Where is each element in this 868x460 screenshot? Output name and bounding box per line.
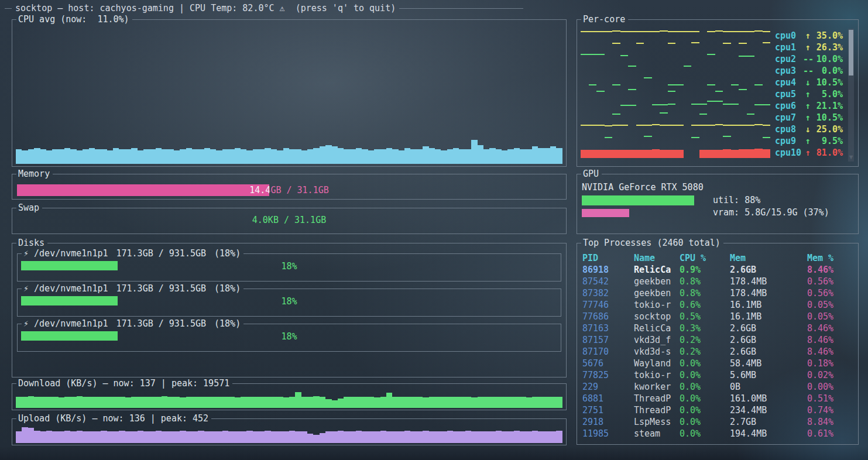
process-row[interactable]: 77746tokio-r0.6%16.1MB0.05% xyxy=(578,299,857,311)
process-row[interactable]: 77825tokio-r0.0%5.6MB0.02% xyxy=(578,369,857,381)
chart-bar xyxy=(228,397,234,408)
process-row[interactable]: 11985steam0.0%194.4MB0.61% xyxy=(578,428,857,440)
chart-bar xyxy=(125,431,131,443)
process-pid: 77825 xyxy=(582,369,634,381)
chart-bar xyxy=(46,431,52,443)
process-mem: 0B xyxy=(730,381,807,393)
sparkline-segment xyxy=(589,84,597,85)
chart-bar xyxy=(131,148,137,164)
core-list: cpu0↑35.0%cpu1↑26.3%cpu2--10.0%cpu3--0.0… xyxy=(581,30,843,159)
process-row[interactable]: 87170vkd3d-s0.2%2.6GB8.46% xyxy=(578,346,857,358)
scroll-down-icon[interactable]: ▼ xyxy=(848,153,854,162)
cpu-avg-panel-header: CPU avg (now: 11.0%) xyxy=(12,14,566,25)
sparkline-segment xyxy=(589,125,597,126)
core-sparkline xyxy=(581,77,770,88)
sparkline-segment xyxy=(754,149,763,158)
process-pid: 11985 xyxy=(582,428,634,440)
gpu-vram-label: vram: 5.8G/15.9G (37%) xyxy=(713,208,829,218)
process-row[interactable]: 6881ThreadP0.0%161.0MB0.51% xyxy=(578,393,857,404)
chart-bar xyxy=(22,427,28,443)
chart-bar xyxy=(489,431,495,443)
disk-percent: (18%) xyxy=(214,318,241,329)
sparkline-segment xyxy=(715,101,723,102)
chart-bar xyxy=(386,393,392,408)
sparkline-segment xyxy=(668,84,676,85)
chart-bar xyxy=(301,431,307,443)
socktop-app: socktop — host: cachyos-gaming | CPU Tem… xyxy=(0,0,868,460)
chart-bar xyxy=(283,431,289,443)
chart-bar xyxy=(22,397,28,408)
header-pid: PID xyxy=(582,252,634,264)
chart-bar xyxy=(271,149,277,164)
process-row[interactable]: 86918RelicCa0.9%2.6GB8.46% xyxy=(578,264,857,276)
chart-bar xyxy=(228,149,234,164)
chart-bar xyxy=(235,148,241,164)
sparkline-segment xyxy=(636,150,644,158)
process-row[interactable]: 87542geekben0.8%178.4MB0.56% xyxy=(578,276,857,287)
process-row[interactable]: 5676Wayland0.0%58.4MB0.18% xyxy=(578,358,857,369)
sparkline-segment xyxy=(731,104,739,105)
chart-bar xyxy=(320,397,325,408)
disk-device: /dev/nvme1n1p1 xyxy=(34,248,108,259)
memory-title: Memory xyxy=(16,169,53,179)
process-row[interactable]: 2918LspMess0.0%2.7GB8.84% xyxy=(578,416,857,428)
sparkline-segment xyxy=(754,104,763,105)
sparkline-segment xyxy=(723,43,731,44)
chart-bar xyxy=(59,397,64,408)
chart-bar xyxy=(526,397,532,408)
chart-bar xyxy=(338,399,344,408)
core-sparkline xyxy=(581,42,770,53)
process-name: RelicCa xyxy=(634,264,680,276)
process-row[interactable]: 2751ThreadP0.0%234.4MB0.74% xyxy=(578,404,857,416)
disk-item-header: ⚡ /dev/nvme1n1p1171.3GB / 931.5GB(18%) xyxy=(18,248,561,259)
core-usage-value: 26.3% xyxy=(812,42,843,53)
chart-bar xyxy=(198,431,204,443)
chart-bar xyxy=(131,431,137,443)
chart-bar xyxy=(162,396,167,408)
chart-bar xyxy=(70,431,76,443)
chart-bar xyxy=(538,148,544,164)
download-panel-header: Download (KB/s) — now: 137 | peak: 19571 xyxy=(12,378,566,389)
chart-bar xyxy=(228,431,234,443)
process-row[interactable]: 87163RelicCa0.3%2.6GB8.46% xyxy=(578,322,857,334)
chart-bar xyxy=(459,149,465,164)
chart-bar xyxy=(532,146,538,164)
process-row[interactable]: 87382geekben0.8%178.4MB0.56% xyxy=(578,287,857,299)
chart-bar xyxy=(180,397,186,408)
process-row[interactable]: 77686socktop0.5%16.1MB0.05% xyxy=(578,311,857,322)
chart-bar xyxy=(362,431,368,443)
process-memp: 8.46% xyxy=(807,346,857,358)
chart-bar xyxy=(241,397,246,408)
chart-bar xyxy=(138,150,143,164)
sparkline-segment xyxy=(628,105,636,106)
core-name: cpu7 xyxy=(775,112,803,123)
process-row[interactable]: 229kworker0.0%0B0.00% xyxy=(578,381,857,393)
sparkline-segment xyxy=(612,43,620,44)
core-sparkline xyxy=(581,30,770,41)
per-core-title: Per-core xyxy=(581,14,628,25)
chart-bar xyxy=(52,431,58,443)
sparkline-segment xyxy=(691,104,699,105)
disk-usage: 171.3GB / 931.5GB xyxy=(116,283,207,294)
chart-bar xyxy=(246,150,252,164)
chart-bar xyxy=(483,149,489,164)
chart-bar xyxy=(478,431,483,443)
scrollbar-thumb[interactable] xyxy=(849,30,853,75)
chart-bar xyxy=(162,431,167,443)
chart-bar xyxy=(107,431,113,443)
process-memp: 0.56% xyxy=(807,287,857,299)
chart-bar xyxy=(283,397,289,408)
core-row: cpu9↑9.5% xyxy=(581,135,843,147)
per-core-scrollbar[interactable]: ▼ xyxy=(848,29,854,162)
gpu-util-gauge xyxy=(582,195,709,205)
chart-bar xyxy=(95,397,101,408)
process-mem: 161.0MB xyxy=(730,393,807,404)
chart-bar xyxy=(295,149,301,164)
chart-bar xyxy=(374,149,380,164)
chart-bar xyxy=(83,149,88,164)
core-name: cpu5 xyxy=(775,89,803,99)
core-trend-icon: ↓ xyxy=(803,77,812,88)
core-trend-icon: ↑ xyxy=(803,147,812,158)
process-row[interactable]: 87157vkd3d_f0.2%2.6GB8.46% xyxy=(578,334,857,346)
chart-bar xyxy=(307,149,313,164)
